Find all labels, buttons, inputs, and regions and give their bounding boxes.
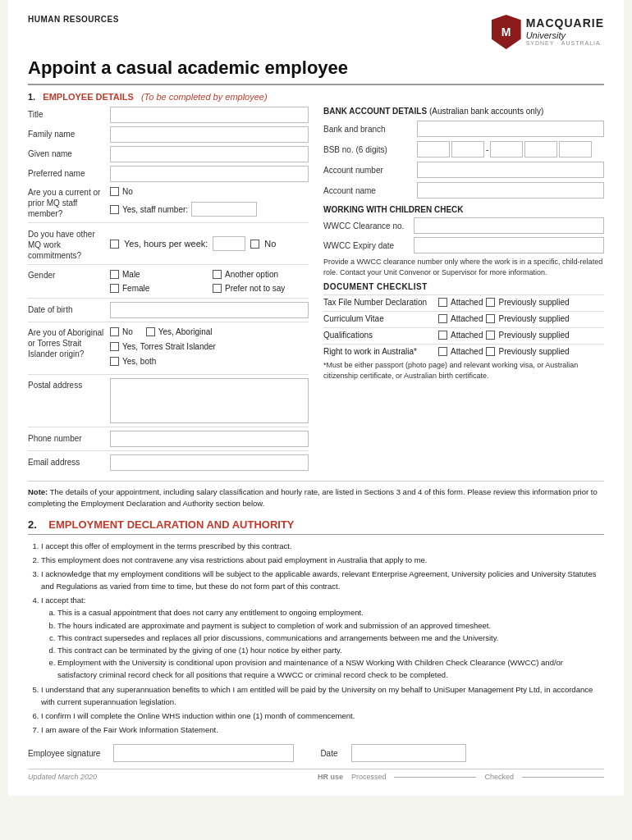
footer-checked-line bbox=[522, 777, 604, 778]
account-number-input[interactable] bbox=[417, 162, 604, 178]
wwcc-title: WORKING WITH CHILDREN CHECK bbox=[323, 205, 604, 214]
bank-branch-row: Bank and branch bbox=[323, 121, 604, 137]
page-header: HUMAN RESOURCES M MACQUARIE University S… bbox=[28, 15, 604, 49]
preferred-name-row: Preferred name bbox=[28, 166, 309, 182]
declaration-ol: I accept this offer of employment in the… bbox=[28, 540, 604, 737]
bsb-row: BSB no. (6 digits) - bbox=[323, 141, 604, 158]
mq-work-label: Do you have other MQ work commitments? bbox=[28, 226, 110, 261]
mq-work-options: Yes, hours per week: No bbox=[110, 236, 309, 251]
aboriginal-row: Are you of Aboriginal or Torres Strait I… bbox=[28, 322, 309, 371]
wwcc-expiry-input[interactable] bbox=[414, 237, 604, 253]
footer-hr-use: HR use Processed Checked bbox=[318, 773, 604, 781]
doc-attached-1-label: Attached bbox=[451, 314, 483, 323]
section1-note: (To be completed by employee) bbox=[141, 92, 268, 102]
section2-number: 2. bbox=[28, 518, 37, 531]
doc-attached-0-checkbox[interactable] bbox=[438, 298, 447, 307]
note-bold: Note: bbox=[28, 487, 48, 496]
aboriginal-torres-row: Yes, Torres Strait Islander bbox=[110, 342, 309, 351]
gender-male-row: Male bbox=[110, 270, 206, 279]
mq-staff-yes-checkbox[interactable] bbox=[110, 205, 119, 214]
gender-male-label: Male bbox=[122, 270, 140, 279]
signature-input[interactable] bbox=[113, 744, 294, 762]
mq-work-row: Do you have other MQ work commitments? Y… bbox=[28, 222, 309, 261]
dob-input[interactable] bbox=[110, 302, 309, 318]
gender-row: Gender Male Another option Female bbox=[28, 264, 309, 294]
doc-prev-1-checkbox[interactable] bbox=[486, 314, 495, 323]
gender-prefer-not-checkbox[interactable] bbox=[213, 284, 222, 293]
title-input[interactable] bbox=[110, 107, 309, 123]
logo-sydney: SYDNEY · AUSTRALIA bbox=[526, 40, 604, 47]
bank-branch-label: Bank and branch bbox=[323, 125, 414, 134]
mq-work-yes-label: Yes, hours per week: bbox=[124, 239, 208, 249]
doc-prev-2-label: Previously supplied bbox=[498, 331, 569, 340]
logo-university: University bbox=[526, 30, 604, 40]
postal-input[interactable] bbox=[110, 378, 309, 423]
doc-attached-2-checkbox[interactable] bbox=[438, 331, 447, 340]
postal-label: Postal address bbox=[28, 378, 110, 390]
account-number-label: Account number bbox=[323, 166, 414, 175]
gender-male-checkbox[interactable] bbox=[110, 270, 119, 279]
doc-prev-3-label: Previously supplied bbox=[498, 347, 569, 356]
bsb-input-2[interactable] bbox=[451, 141, 484, 158]
bsb-input-1[interactable] bbox=[417, 141, 450, 158]
mq-staff-yes-row: Yes, staff number: bbox=[110, 202, 309, 217]
decl-sub-ol: This is a casual appointment that does n… bbox=[41, 606, 604, 681]
decl-item-2: This employment does not contravene any … bbox=[41, 554, 604, 566]
doc-attached-3-label: Attached bbox=[451, 347, 483, 356]
aboriginal-both-row: Yes, both bbox=[110, 357, 309, 366]
aboriginal-options: No Yes, Aboriginal Yes, Torres Strait Is… bbox=[110, 326, 309, 368]
bsb-input-5[interactable] bbox=[559, 141, 592, 158]
mq-staff-yes-label: Yes, staff number: bbox=[122, 205, 188, 214]
family-name-row: Family name bbox=[28, 126, 309, 143]
mq-work-hours-input[interactable] bbox=[213, 236, 245, 251]
footer-checked-label: Checked bbox=[484, 773, 514, 781]
gender-another-checkbox[interactable] bbox=[213, 270, 222, 279]
doc-item-2: Qualifications Attached Previously suppl… bbox=[323, 327, 604, 340]
logo-text: MACQUARIE University SYDNEY · AUSTRALIA bbox=[526, 17, 604, 46]
mq-staff-label: Are you a current or prior MQ staff memb… bbox=[28, 185, 110, 219]
bsb-input-3[interactable] bbox=[490, 141, 523, 158]
decl-item-4-text: I accept that: bbox=[41, 596, 85, 605]
aboriginal-label: Are you of Aboriginal or Torres Strait I… bbox=[28, 326, 110, 359]
bsb-input-4[interactable] bbox=[524, 141, 557, 158]
bank-branch-input[interactable] bbox=[417, 121, 604, 137]
doc-attached-3-checkbox[interactable] bbox=[438, 347, 447, 356]
doc-attached-1-checkbox[interactable] bbox=[438, 314, 447, 323]
doc-prev-2-checkbox[interactable] bbox=[486, 331, 495, 340]
decl-sub-c: This contract supersedes and replaces al… bbox=[57, 632, 604, 644]
mq-staff-number-input[interactable] bbox=[191, 202, 257, 217]
account-name-input[interactable] bbox=[417, 182, 604, 199]
aboriginal-yes-checkbox[interactable] bbox=[146, 327, 155, 336]
decl-item-4: I accept that: This is a casual appointm… bbox=[41, 594, 604, 681]
gender-female-checkbox[interactable] bbox=[110, 284, 119, 293]
email-label: Email address bbox=[28, 454, 110, 468]
email-row: Email address bbox=[28, 450, 309, 471]
wwcc-clearance-input[interactable] bbox=[414, 217, 604, 234]
aboriginal-no-checkbox[interactable] bbox=[110, 327, 119, 336]
aboriginal-both-checkbox[interactable] bbox=[110, 357, 119, 366]
decl-item-7: I am aware of the Fair Work Information … bbox=[41, 724, 604, 736]
aboriginal-torres-checkbox[interactable] bbox=[110, 342, 119, 351]
family-name-input[interactable] bbox=[110, 126, 309, 143]
gender-another-label: Another option bbox=[225, 270, 278, 279]
mq-staff-no-checkbox[interactable] bbox=[110, 187, 119, 196]
mq-work-yes-checkbox[interactable] bbox=[110, 240, 119, 249]
account-name-label: Account name bbox=[323, 186, 414, 195]
decl-sub-d: This contract can be terminated by the g… bbox=[57, 644, 604, 656]
mq-work-no-checkbox[interactable] bbox=[250, 240, 259, 249]
doc-prev-0-checkbox[interactable] bbox=[486, 298, 495, 307]
phone-input[interactable] bbox=[110, 431, 309, 447]
document-checklist: DOCUMENT CHECKLIST Tax File Number Decla… bbox=[323, 282, 604, 381]
preferred-name-input[interactable] bbox=[110, 166, 309, 182]
given-name-input[interactable] bbox=[110, 146, 309, 162]
gender-female-label: Female bbox=[122, 284, 149, 293]
decl-sub-e: Employment with the University is condit… bbox=[57, 656, 604, 681]
date-input[interactable] bbox=[351, 744, 466, 762]
aboriginal-no-row: No bbox=[110, 327, 133, 336]
footer-hr-use-label: HR use bbox=[318, 773, 343, 781]
email-input[interactable] bbox=[110, 454, 309, 471]
bsb-dash: - bbox=[486, 145, 488, 154]
section1-name: EMPLOYEE DETAILS bbox=[43, 92, 133, 102]
doc-prev-3-checkbox[interactable] bbox=[486, 347, 495, 356]
account-name-row: Account name bbox=[323, 182, 604, 199]
